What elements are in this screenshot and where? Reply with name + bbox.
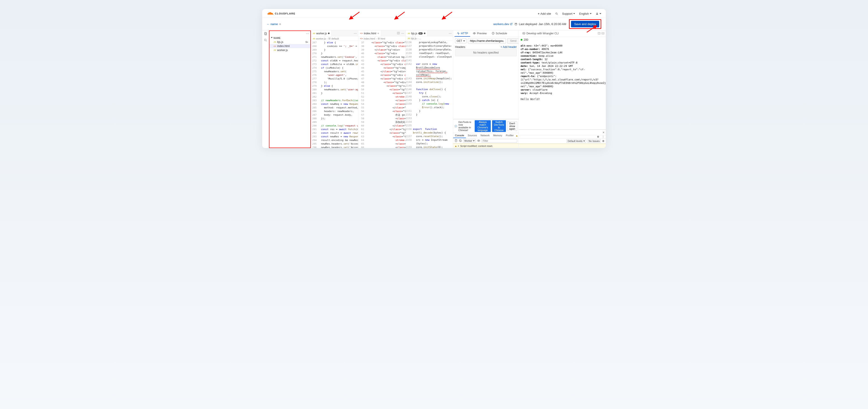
search-icon[interactable] — [555, 12, 558, 15]
add-site-label: Add site — [540, 12, 551, 15]
devtools-tab-memory[interactable]: Memory — [491, 133, 504, 138]
devtools-tab-sources[interactable]: Sources — [466, 133, 478, 138]
deployed-prefix: Last deployed — [519, 22, 537, 26]
tab-worker-js[interactable]: JS worker.js — [311, 31, 332, 36]
support-dropdown[interactable]: Support — [562, 12, 575, 15]
stop-icon[interactable] — [459, 139, 462, 143]
explorer-more-icon[interactable]: ⋯ — [306, 32, 309, 35]
filter-input[interactable] — [482, 139, 517, 143]
caret-down-icon — [599, 13, 601, 14]
response-header-row: vary: Accept-Encoding — [521, 92, 604, 95]
warnings-badge[interactable]: ▲ 2 — [516, 134, 519, 137]
search-panel-icon[interactable] — [264, 38, 268, 43]
svg-rect-7 — [265, 32, 266, 34]
html-icon: <> — [274, 45, 276, 48]
tool-tab-wrangler[interactable]: Develop with Wrangler CLI — [520, 31, 561, 37]
close-icon[interactable]: × — [377, 32, 379, 35]
response-header-row: content-type: text/plain;charset=UTF-8 — [521, 61, 604, 64]
back-link[interactable]: ← name — [267, 22, 278, 26]
file-row-bjs-js[interactable]: JSbjs.js9+ — [270, 40, 310, 44]
file-row-index-html[interactable]: <>index.html — [270, 44, 310, 48]
caret-down-icon — [583, 140, 585, 142]
split-icon[interactable] — [397, 32, 400, 35]
devtools-tab-profiler[interactable]: Profiler — [504, 133, 516, 138]
devtools-tab-console[interactable]: Console — [453, 133, 466, 138]
caret-down-icon — [473, 140, 475, 141]
response-header-row: date: Sun, 14 Jan 2024 22:22:29 GMT — [521, 64, 604, 68]
account-dropdown[interactable] — [596, 12, 601, 15]
live-expression-icon[interactable] — [477, 139, 480, 143]
tab-index-html[interactable]: <> index.html × — [358, 31, 381, 36]
tab-label: worker.js — [316, 32, 327, 35]
js-icon: JS — [274, 41, 276, 43]
workers-link-label: workers.dev — [493, 22, 509, 26]
response-header-row: content-length: 12 — [521, 58, 604, 61]
devtools-right: × ⚙ ⋮ Default levels No Issues — [519, 129, 606, 148]
layout-icon[interactable] — [598, 32, 600, 35]
no-headers-msg: No headers specified — [455, 49, 517, 56]
url-input[interactable] — [468, 38, 506, 43]
issues-button[interactable]: No Issues — [587, 139, 601, 143]
send-button[interactable]: Send — [507, 38, 519, 43]
tab-bjs-js[interactable]: JS bjs.js 9+ — [406, 31, 428, 36]
response-header-row: report-to: {"endpoints":[{"url":"https:\… — [521, 74, 604, 88]
save-deploy-highlight: Save and deploy — [569, 19, 601, 29]
console-message-text: Script modified; context reset. — [460, 145, 493, 147]
tab-more-icon[interactable]: ⋯ — [449, 32, 452, 35]
caret-down-icon — [463, 40, 465, 41]
levels-select[interactable]: Default levels — [566, 139, 586, 143]
editor-index[interactable]: 37 <class="tg">div class="relative flex … — [358, 41, 405, 148]
response-header-row: cf-ray: 8459472ac4ec2eae-LAX — [521, 51, 604, 54]
file-explorer: ⋯ NAME JSbjs.js9+<>index.htmlJSworker.js — [269, 31, 311, 148]
back-label: name — [271, 22, 278, 26]
file-name: bjs.js — [277, 40, 283, 43]
method-select[interactable]: GET — [455, 38, 467, 43]
dont-show-button[interactable]: Don't show again — [507, 121, 517, 131]
add-site-button[interactable]: + Add site — [538, 12, 551, 15]
context-select[interactable]: Worker — [463, 139, 476, 143]
workers-dev-link[interactable]: workers.dev — [493, 22, 513, 26]
tab-label: Schedule — [496, 32, 507, 35]
cloudflare-logo[interactable] — [267, 11, 275, 16]
tool-tab-schedule[interactable]: Schedule — [489, 31, 509, 37]
svg-point-1 — [596, 13, 597, 13]
tool-tab-http[interactable]: HTTP — [455, 31, 470, 37]
settings-icon[interactable]: ⚙ — [602, 140, 604, 143]
close-banner-icon[interactable]: × — [602, 131, 604, 134]
svg-rect-6 — [515, 23, 517, 25]
switch-language-button[interactable]: Switch DevTools to Chinese — [492, 120, 506, 132]
svg-point-15 — [478, 140, 479, 141]
language-dropdown[interactable]: English — [579, 12, 592, 15]
caret-down-icon — [573, 13, 575, 14]
tab-more-icon[interactable]: ⋯ — [401, 32, 404, 35]
problems-badge: 9+ — [418, 32, 423, 35]
svg-point-11 — [474, 33, 475, 34]
response-body: Hello World! — [519, 96, 606, 102]
response-header-row: alt-svc: h3=":443"; ma=86400 — [521, 44, 604, 48]
save-deploy-button[interactable]: Save and deploy — [571, 21, 599, 27]
svg-rect-13 — [455, 139, 457, 142]
match-language-button[interactable]: Always match Chrome's language — [475, 120, 491, 132]
response-status: 200 — [519, 37, 606, 43]
editor-bjs[interactable]: 2136 prepareLookupTable,2137 prepareDict… — [406, 41, 453, 148]
layout-icon-2[interactable] — [601, 32, 604, 35]
explorer-name-header[interactable]: NAME — [270, 36, 310, 40]
add-header-button[interactable]: + Add header — [500, 45, 517, 49]
response-headers: alt-svc: h3=":443"; ma=86400cf-as-number… — [519, 43, 606, 96]
tab-more-icon[interactable]: ⋯ — [354, 32, 357, 35]
editor-worker[interactable]: 267 } else {268 cookies += '; _U=' + ran… — [311, 41, 358, 148]
explorer-icon[interactable] — [264, 32, 268, 36]
settings-icon[interactable]: ⚙ — [596, 135, 600, 138]
devtools-tab-network[interactable]: Network — [479, 133, 491, 138]
warning-icon: ▲ — [455, 145, 457, 147]
breadcrumb-index: <>index.html › ⊟html — [358, 36, 405, 41]
info-icon: ⓘ — [455, 125, 457, 128]
tab-label: bjs.js — [411, 32, 417, 35]
clear-console-icon[interactable] — [455, 139, 458, 143]
method-label: GET — [457, 39, 462, 42]
status-ok-icon — [521, 39, 522, 41]
tool-tab-preview[interactable]: Preview — [471, 31, 489, 37]
modified-dot-icon — [424, 33, 426, 34]
more-icon[interactable]: ⋮ — [600, 135, 606, 138]
file-row-worker-js[interactable]: JSworker.js — [270, 48, 310, 52]
